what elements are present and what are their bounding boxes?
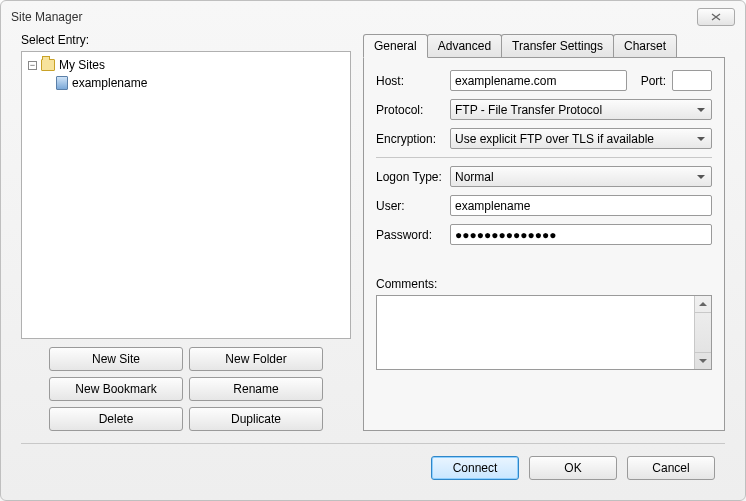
tab-general[interactable]: General xyxy=(363,34,428,58)
chevron-up-icon xyxy=(699,302,707,306)
password-label: Password: xyxy=(376,228,444,242)
tree-item-label: examplename xyxy=(72,76,147,90)
close-icon xyxy=(711,13,721,21)
form-divider xyxy=(376,157,712,158)
protocol-value: FTP - File Transfer Protocol xyxy=(455,103,602,117)
encryption-select[interactable]: Use explicit FTP over TLS if available xyxy=(450,128,712,149)
new-site-button[interactable]: New Site xyxy=(49,347,183,371)
tab-charset[interactable]: Charset xyxy=(613,34,677,58)
port-input[interactable] xyxy=(672,70,712,91)
tree-root-label: My Sites xyxy=(59,58,105,72)
protocol-label: Protocol: xyxy=(376,103,444,117)
host-label: Host: xyxy=(376,74,444,88)
site-manager-window: Site Manager Select Entry: − My Sites ex… xyxy=(0,0,746,501)
tab-transfer-settings[interactable]: Transfer Settings xyxy=(501,34,614,58)
cancel-button[interactable]: Cancel xyxy=(627,456,715,480)
user-label: User: xyxy=(376,199,444,213)
scroll-down-button[interactable] xyxy=(695,352,711,369)
tree-root-my-sites[interactable]: − My Sites xyxy=(28,58,344,72)
logon-type-value: Normal xyxy=(455,170,494,184)
ok-button[interactable]: OK xyxy=(529,456,617,480)
right-pane: General Advanced Transfer Settings Chars… xyxy=(363,33,725,431)
tab-panel-general: Host: Port: Protocol: FTP - File Transfe… xyxy=(363,57,725,431)
tree-collapse-icon[interactable]: − xyxy=(28,61,37,70)
new-folder-button[interactable]: New Folder xyxy=(189,347,323,371)
scroll-up-button[interactable] xyxy=(695,296,711,313)
site-tree[interactable]: − My Sites examplename xyxy=(21,51,351,339)
new-bookmark-button[interactable]: New Bookmark xyxy=(49,377,183,401)
left-pane: Select Entry: − My Sites examplename New… xyxy=(21,33,351,431)
delete-button[interactable]: Delete xyxy=(49,407,183,431)
encryption-label: Encryption: xyxy=(376,132,444,146)
titlebar: Site Manager xyxy=(1,1,745,33)
comments-scrollbar[interactable] xyxy=(694,296,711,369)
dialog-footer: Connect OK Cancel xyxy=(1,444,745,480)
folder-icon xyxy=(41,59,55,71)
chevron-down-icon xyxy=(699,359,707,363)
window-title: Site Manager xyxy=(11,10,697,24)
rename-button[interactable]: Rename xyxy=(189,377,323,401)
user-input[interactable] xyxy=(450,195,712,216)
port-label: Port: xyxy=(641,74,666,88)
logon-type-label: Logon Type: xyxy=(376,170,444,184)
tab-advanced[interactable]: Advanced xyxy=(427,34,502,58)
logon-type-select[interactable]: Normal xyxy=(450,166,712,187)
server-icon xyxy=(56,76,68,90)
select-entry-label: Select Entry: xyxy=(21,33,351,47)
tree-item-examplename[interactable]: examplename xyxy=(56,76,344,90)
tab-strip: General Advanced Transfer Settings Chars… xyxy=(363,33,725,57)
duplicate-button[interactable]: Duplicate xyxy=(189,407,323,431)
protocol-select[interactable]: FTP - File Transfer Protocol xyxy=(450,99,712,120)
connect-button[interactable]: Connect xyxy=(431,456,519,480)
close-button[interactable] xyxy=(697,8,735,26)
encryption-value: Use explicit FTP over TLS if available xyxy=(455,132,654,146)
password-input[interactable] xyxy=(450,224,712,245)
host-input[interactable] xyxy=(450,70,627,91)
comments-textarea[interactable] xyxy=(376,295,712,370)
comments-label: Comments: xyxy=(376,277,712,291)
site-action-buttons: New Site New Folder New Bookmark Rename … xyxy=(21,347,351,431)
